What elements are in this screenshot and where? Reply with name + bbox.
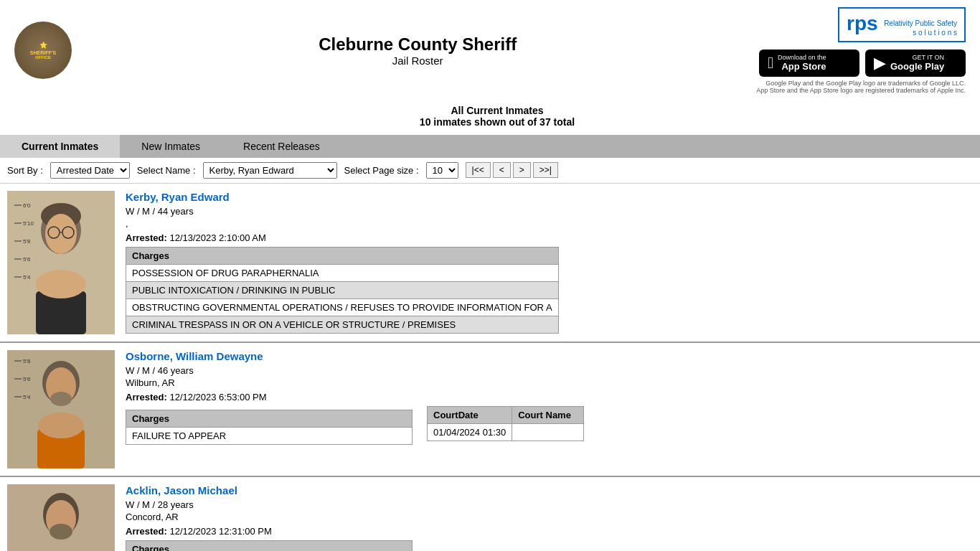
sort-select[interactable]: Arrested Date	[50, 162, 130, 179]
badge-container: ⭐ SHERIFF'S OFFICE	[14, 22, 79, 79]
inmate-photo: 6'0 5'10 5'8 5'6 5'4	[7, 191, 115, 334]
tab-recent-releases[interactable]: Recent Releases	[222, 135, 341, 158]
inmate-address: Concord, AR	[126, 512, 973, 522]
court-name	[512, 423, 584, 441]
svg-text:5'8: 5'8	[23, 238, 31, 245]
google-play-label-bottom: Google Play	[890, 61, 944, 72]
inmate-name[interactable]: Acklin, Jason Michael	[126, 484, 973, 496]
charge-item: CRIMINAL TRESPASS IN OR ON A VEHICLE OR …	[126, 316, 559, 333]
play-icon: ▶	[874, 54, 886, 72]
svg-text:5'6: 5'6	[23, 256, 31, 263]
charges-table: Charges FAILURE TO APPEAR	[126, 540, 413, 551]
tab-new-inmates[interactable]: New Inmates	[120, 135, 222, 158]
svg-text:5'6: 5'6	[23, 376, 31, 382]
court-name-header: Court Name	[512, 406, 584, 423]
nav-first-button[interactable]: |<<	[466, 162, 491, 178]
inmate-arrested: Arrested: 12/12/2023 6:53:00 PM	[126, 392, 973, 402]
trademark-text: Google Play and the Google Play logo are…	[756, 80, 966, 94]
arrested-date: 12/12/2023 12:31:00 PM	[169, 526, 271, 537]
table-row: CRIMINAL TRESPASS IN OR ON A VEHICLE OR …	[126, 316, 559, 333]
inmate-address: ,	[126, 218, 973, 229]
charge-item: PUBLIC INTOXICATION / DRINKING IN PUBLIC	[126, 281, 559, 298]
inmates-line2: 10 inmates shown out of 37 total	[14, 116, 980, 128]
table-row: OBSTRUCTING GOVERNMENTAL OPERATIONS / RE…	[126, 298, 559, 316]
table-row: FAILURE TO APPEAR	[126, 427, 413, 444]
google-play-button[interactable]: ▶ GET IT ON Google Play	[865, 50, 966, 77]
pagination-buttons: |<< < > >>|	[466, 162, 558, 178]
google-play-text: GET IT ON Google Play	[890, 54, 944, 72]
nav-next-button[interactable]: >	[513, 162, 531, 178]
google-play-label-top: GET IT ON	[890, 54, 944, 61]
svg-text:5'8: 5'8	[23, 358, 31, 364]
inmate-name[interactable]: Kerby, Ryan Edward	[126, 191, 973, 203]
charge-item: OBSTRUCTING GOVERNMENTAL OPERATIONS / RE…	[126, 298, 559, 316]
table-row: POSSESSION OF DRUG PARAPHERNALIA	[126, 264, 559, 281]
inmate-photo: 5'8 5'6 5'4	[7, 350, 115, 468]
tab-current-inmates[interactable]: Current Inmates	[0, 135, 120, 158]
inmate-race-sex-age: W / M / 44 years	[126, 206, 973, 217]
app-buttons-container:  Download on the App Store ▶ GET IT ON …	[756, 50, 966, 77]
court-table: CourtDate Court Name 01/04/2024 01:30	[427, 406, 584, 441]
charges-header: Charges	[126, 540, 413, 551]
app-store-text: Download on the App Store	[778, 54, 826, 72]
sort-label: Sort By :	[7, 165, 43, 176]
app-store-label-top: Download on the	[778, 54, 826, 61]
arrested-label: Arrested:	[126, 392, 167, 402]
court-date: 01/04/2024 01:30	[428, 423, 512, 441]
page-header: ⭐ SHERIFF'S OFFICE Cleburne County Sheri…	[0, 0, 980, 101]
arrested-label: Arrested:	[126, 526, 167, 537]
inmate-info: Acklin, Jason Michael W / M / 28 years C…	[126, 484, 973, 551]
header-title-block: Cleburne County Sheriff Jail Roster	[319, 34, 517, 67]
nav-tabs: Current Inmates New Inmates Recent Relea…	[0, 135, 980, 158]
charges-header: Charges	[126, 247, 559, 264]
svg-point-18	[36, 270, 86, 298]
inmates-info: All Current Inmates 10 inmates shown out…	[0, 101, 980, 135]
badge-text: ⭐ SHERIFF'S OFFICE	[30, 42, 56, 60]
inmate-photo	[7, 484, 115, 551]
name-label: Select Name :	[137, 165, 196, 176]
app-store-label-bottom: App Store	[778, 61, 826, 72]
charges-header: Charges	[126, 410, 413, 427]
arrested-label: Arrested:	[126, 232, 167, 243]
svg-text:5'4: 5'4	[23, 274, 31, 281]
header-right-block: rps Relativity Public Safetys o l u t i …	[756, 7, 966, 94]
table-row: 01/04/2024 01:30	[428, 423, 584, 441]
nav-prev-button[interactable]: <	[493, 162, 511, 178]
inmates-line1: All Current Inmates	[14, 105, 980, 116]
charges-table: Charges POSSESSION OF DRUG PARAPHERNALIA…	[126, 247, 559, 334]
arrested-date: 12/12/2023 6:53:00 PM	[169, 392, 266, 402]
rps-logo: rps Relativity Public Safetys o l u t i …	[838, 7, 966, 42]
svg-point-34	[50, 524, 72, 540]
inmate-arrested: Arrested: 12/12/2023 12:31:00 PM	[126, 526, 973, 537]
inmate-row: Acklin, Jason Michael W / M / 28 years C…	[0, 477, 980, 551]
inmate-row: 6'0 5'10 5'8 5'6 5'4 Kerby, Ryan Ed	[0, 184, 980, 343]
apple-icon: 	[768, 54, 773, 72]
charges-table: Charges FAILURE TO APPEAR	[126, 410, 413, 445]
svg-text:5'4: 5'4	[23, 394, 31, 400]
page-size-label: Select Page size :	[344, 165, 419, 176]
page-title: Cleburne County Sheriff	[319, 34, 517, 55]
svg-text:5'10: 5'10	[23, 220, 34, 227]
inmate-arrested: Arrested: 12/13/2023 2:10:00 AM	[126, 232, 973, 243]
inmate-race-sex-age: W / M / 28 years	[126, 499, 973, 510]
table-row: PUBLIC INTOXICATION / DRINKING IN PUBLIC	[126, 281, 559, 298]
inmate-info: Osborne, William Dewayne W / M / 46 year…	[126, 350, 973, 468]
sheriff-badge: ⭐ SHERIFF'S OFFICE	[14, 22, 72, 79]
inmate-address: Wilburn, AR	[126, 377, 973, 388]
nav-last-button[interactable]: >>|	[533, 162, 558, 178]
inmate-race-sex-age: W / M / 46 years	[126, 365, 973, 376]
charge-item: POSSESSION OF DRUG PARAPHERNALIA	[126, 264, 559, 281]
controls-bar: Sort By : Arrested Date Select Name : Ke…	[0, 158, 980, 184]
svg-point-28	[50, 392, 72, 406]
svg-point-13	[45, 214, 77, 254]
name-select[interactable]: Kerby, Ryan Edward Osborne, William Dewa…	[203, 162, 337, 179]
svg-point-30	[38, 413, 84, 438]
inmate-name[interactable]: Osborne, William Dewayne	[126, 350, 973, 362]
charge-item: FAILURE TO APPEAR	[126, 427, 413, 444]
app-store-button[interactable]:  Download on the App Store	[759, 50, 859, 77]
rps-logo-full: Relativity Public Safetys o l u t i o n …	[884, 19, 957, 37]
inmate-info: Kerby, Ryan Edward W / M / 44 years , Ar…	[126, 191, 973, 334]
charges-court-container: Charges FAILURE TO APPEAR CourtDate Cour…	[126, 406, 973, 445]
inmate-row: 5'8 5'6 5'4 Osborne, William Dewayne W /…	[0, 343, 980, 477]
page-size-select[interactable]: 10 25 50	[426, 162, 458, 179]
